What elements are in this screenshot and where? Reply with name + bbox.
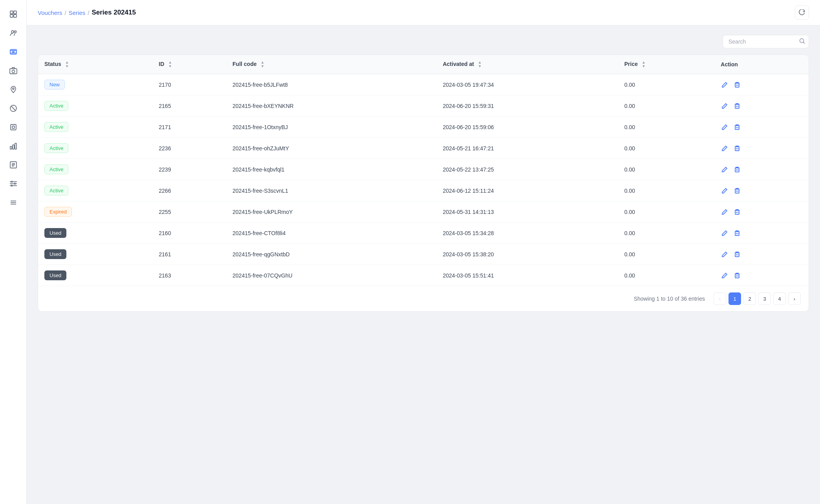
breadcrumb: Vouchers / Series / Series 202415	[38, 9, 136, 16]
cell-full-code: 202415-free-kqbvfql1	[226, 159, 436, 180]
cell-price: 0.00	[618, 117, 715, 138]
filter-icon[interactable]	[5, 176, 21, 192]
cell-activated-at: 2024-03-05 15:51:41	[436, 265, 618, 286]
cell-action	[714, 180, 809, 201]
text-icon[interactable]	[5, 157, 21, 173]
col-full-code[interactable]: Full code ▲▼	[226, 55, 436, 74]
pagination-page-4[interactable]: 4	[773, 292, 786, 305]
cell-action	[714, 138, 809, 159]
pagination-info: Showing 1 to 10 of 36 entries	[634, 296, 705, 302]
svg-point-30	[800, 39, 804, 43]
delete-button[interactable]	[733, 187, 741, 195]
cell-full-code: 202415-free-ohZJuMtY	[226, 138, 436, 159]
cell-full-code: 202415-free-S3scvnL1	[226, 180, 436, 201]
forbidden-icon[interactable]	[5, 100, 21, 116]
cell-full-code: 202415-free-b5JLFwt8	[226, 74, 436, 95]
cell-status: Used	[38, 223, 152, 244]
delete-button[interactable]	[733, 123, 741, 131]
edit-button[interactable]	[721, 144, 728, 152]
col-activated-at[interactable]: Activated at ▲▼	[436, 55, 618, 74]
delete-button[interactable]	[733, 144, 741, 152]
cell-id: 2160	[152, 223, 226, 244]
edit-button[interactable]	[721, 166, 728, 173]
table-header-row: Status ▲▼ ID ▲▼ Full code ▲▼ Activated	[38, 55, 809, 74]
sort-status-icon: ▲▼	[65, 60, 69, 68]
chart-icon[interactable]	[5, 138, 21, 154]
team-icon[interactable]	[5, 25, 21, 41]
cell-price: 0.00	[618, 180, 715, 201]
svg-line-11	[11, 106, 16, 111]
cell-full-code: 202415-free-UkPLRmoY	[226, 201, 436, 223]
delete-button[interactable]	[733, 229, 741, 237]
col-price[interactable]: Price ▲▼	[618, 55, 715, 74]
status-badge: Active	[44, 122, 68, 132]
svg-rect-47	[735, 189, 739, 193]
pagination-page-2[interactable]: 2	[743, 292, 756, 305]
breadcrumb-vouchers[interactable]: Vouchers	[38, 9, 62, 16]
delete-button[interactable]	[733, 272, 741, 279]
cell-id: 2266	[152, 180, 226, 201]
delete-button[interactable]	[733, 208, 741, 216]
edit-button[interactable]	[721, 250, 728, 258]
sort-activated-icon: ▲▼	[478, 60, 482, 68]
status-badge: New	[44, 80, 65, 89]
table-row: Active 2236 202415-free-ohZJuMtY 2024-05…	[38, 138, 809, 159]
refresh-button[interactable]	[795, 5, 809, 20]
cell-action	[714, 117, 809, 138]
table-row: Used 2160 202415-free-CTOf8li4 2024-03-0…	[38, 223, 809, 244]
delete-button[interactable]	[733, 81, 741, 89]
svg-rect-41	[735, 147, 739, 151]
status-badge: Expired	[44, 207, 72, 217]
cell-id: 2161	[152, 244, 226, 265]
cell-activated-at: 2024-05-21 16:47:21	[436, 138, 618, 159]
list-icon[interactable]	[5, 195, 21, 210]
breadcrumb-series[interactable]: Series	[69, 9, 86, 16]
delete-button[interactable]	[733, 166, 741, 173]
svg-rect-16	[15, 143, 16, 149]
frame-icon[interactable]	[5, 119, 21, 135]
svg-rect-3	[14, 15, 16, 17]
svg-point-8	[12, 70, 15, 73]
location-icon[interactable]	[5, 82, 21, 97]
table-row: Active 2266 202415-free-S3scvnL1 2024-06…	[38, 180, 809, 201]
svg-rect-59	[735, 274, 739, 278]
cell-id: 2165	[152, 95, 226, 117]
cell-status: Used	[38, 265, 152, 286]
table-row: Expired 2255 202415-free-UkPLRmoY 2024-0…	[38, 201, 809, 223]
edit-button[interactable]	[721, 187, 728, 195]
table-row: Used 2161 202415-free-qgGNxtbD 2024-03-0…	[38, 244, 809, 265]
cell-price: 0.00	[618, 244, 715, 265]
status-badge: Active	[44, 143, 68, 153]
pagination-page-1[interactable]: 1	[728, 292, 741, 305]
delete-button[interactable]	[733, 102, 741, 110]
delete-button[interactable]	[733, 250, 741, 258]
edit-button[interactable]	[721, 81, 728, 89]
vouchers-table-container: Status ▲▼ ID ▲▼ Full code ▲▼ Activated	[38, 55, 809, 312]
svg-rect-56	[735, 253, 739, 257]
col-id[interactable]: ID ▲▼	[152, 55, 226, 74]
camera-icon[interactable]	[5, 63, 21, 79]
edit-button[interactable]	[721, 272, 728, 279]
grid-icon[interactable]	[5, 6, 21, 22]
cell-price: 0.00	[618, 159, 715, 180]
pagination-page-3[interactable]: 3	[758, 292, 771, 305]
edit-button[interactable]	[721, 229, 728, 237]
search-icon-button[interactable]	[799, 38, 805, 45]
status-badge: Used	[44, 228, 66, 238]
svg-rect-1	[14, 11, 16, 14]
col-status[interactable]: Status ▲▼	[38, 55, 152, 74]
search-input[interactable]	[723, 35, 809, 48]
search-row	[38, 35, 809, 48]
edit-button[interactable]	[721, 208, 728, 216]
svg-rect-15	[13, 145, 14, 149]
voucher-icon[interactable]	[5, 44, 21, 60]
cell-activated-at: 2024-05-22 13:47:25	[436, 159, 618, 180]
main-content: Vouchers / Series / Series 202415	[27, 0, 820, 504]
status-badge: Active	[44, 101, 68, 111]
pagination-prev-button[interactable]: ‹	[714, 292, 726, 305]
edit-button[interactable]	[721, 102, 728, 110]
svg-rect-53	[735, 232, 739, 236]
pagination-next-button[interactable]: ›	[788, 292, 801, 305]
edit-button[interactable]	[721, 123, 728, 131]
content-area: Status ▲▼ ID ▲▼ Full code ▲▼ Activated	[27, 26, 820, 504]
